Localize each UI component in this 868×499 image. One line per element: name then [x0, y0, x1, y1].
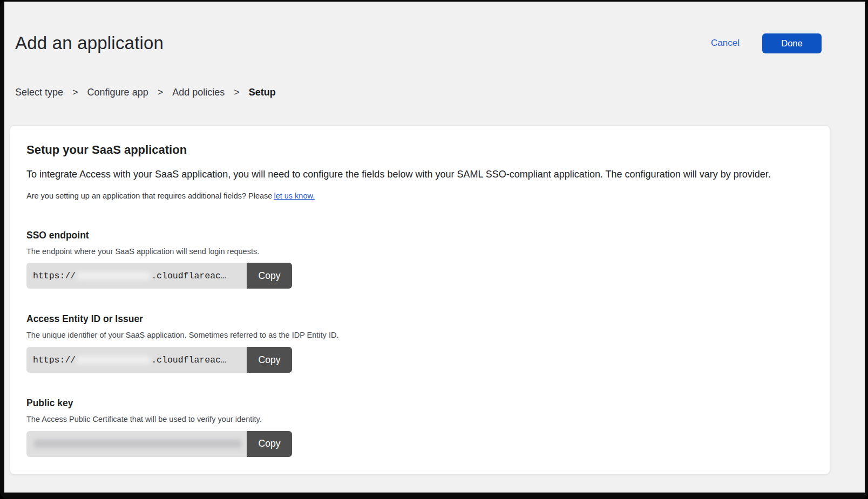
breadcrumb-item-setup: Setup [249, 87, 276, 98]
redacted-value [77, 272, 150, 280]
breadcrumb-separator: > [72, 87, 78, 98]
card-intro: To integrate Access with your SaaS appli… [26, 169, 813, 181]
field-label: SSO endpoint [26, 230, 813, 241]
public-key-value[interactable] [26, 431, 247, 457]
value-prefix: https:// [33, 271, 76, 281]
copy-button[interactable]: Copy [247, 263, 292, 289]
done-button[interactable]: Done [762, 33, 822, 53]
field-value-row: https:// .cloudflareac… Copy [26, 263, 292, 289]
field-description: The unique identifier of your SaaS appli… [26, 331, 813, 340]
redacted-value [34, 440, 241, 448]
screenshot-frame: Add an application Cancel Done Select ty… [0, 0, 868, 499]
field-description: The endpoint where your SaaS application… [26, 247, 813, 256]
field-public-key: Public key The Access Public Certificate… [26, 398, 813, 457]
page: Add an application Cancel Done Select ty… [4, 2, 865, 493]
field-value-row: Copy [26, 431, 292, 457]
breadcrumb-separator: > [234, 87, 240, 98]
setup-card: Setup your SaaS application To integrate… [10, 125, 830, 475]
breadcrumb-separator: > [158, 87, 164, 98]
breadcrumb: Select type > Configure app > Add polici… [4, 53, 865, 98]
page-title: Add an application [15, 33, 164, 53]
field-value-row: https:// .cloudflareac… Copy [26, 347, 292, 373]
value-prefix: https:// [33, 355, 76, 365]
field-access-entity-id: Access Entity ID or Issuer The unique id… [26, 313, 813, 373]
redacted-value [77, 356, 150, 364]
sso-endpoint-value[interactable]: https:// .cloudflareac… [26, 263, 247, 289]
breadcrumb-item-configure-app[interactable]: Configure app [87, 87, 148, 98]
cancel-button[interactable]: Cancel [711, 38, 740, 49]
value-suffix: .cloudflareac… [151, 355, 226, 365]
note-text: Are you setting up an application that r… [26, 192, 272, 200]
copy-button[interactable]: Copy [247, 431, 292, 457]
card-title: Setup your SaaS application [26, 143, 813, 157]
breadcrumb-item-add-policies[interactable]: Add policies [172, 87, 225, 98]
card-note: Are you setting up an application that r… [26, 192, 813, 201]
let-us-know-link[interactable]: let us know. [274, 192, 315, 200]
field-label: Access Entity ID or Issuer [26, 313, 813, 325]
breadcrumb-item-select-type[interactable]: Select type [15, 87, 63, 98]
header-actions: Cancel Done [711, 33, 822, 53]
access-entity-id-value[interactable]: https:// .cloudflareac… [26, 347, 247, 373]
page-header: Add an application Cancel Done [4, 2, 865, 53]
copy-button[interactable]: Copy [247, 347, 292, 373]
field-description: The Access Public Certificate that will … [26, 415, 813, 424]
field-sso-endpoint: SSO endpoint The endpoint where your Saa… [26, 230, 813, 289]
field-label: Public key [26, 398, 813, 409]
value-suffix: .cloudflareac… [151, 271, 226, 281]
